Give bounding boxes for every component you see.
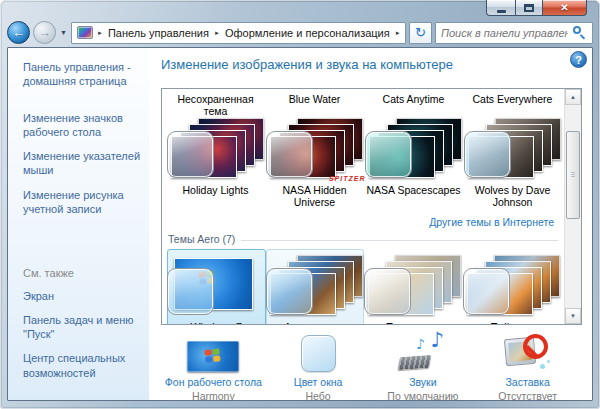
glass-pane-icon xyxy=(364,268,411,315)
sidebar-item-change-account-picture[interactable]: Изменение рисунка учетной записи xyxy=(23,188,143,217)
scroll-up-button[interactable]: ▲ xyxy=(565,89,581,105)
window-controls: ✕ xyxy=(486,0,587,16)
online-themes-row: Другие темы в Интернете xyxy=(166,208,562,232)
refresh-button[interactable]: ↻ xyxy=(409,22,432,44)
breadcrumb-separator-icon: ► xyxy=(213,30,221,36)
sidebar-item-control-panel-home[interactable]: Панель управления - домашняя страница xyxy=(23,60,143,89)
search-lens xyxy=(573,26,581,34)
theme-item-characters[interactable]: Персонажи xyxy=(364,249,463,324)
breadcrumb-separator-icon: ► xyxy=(96,30,104,36)
content-area: Панель управления - домашняя страница Из… xyxy=(7,47,593,401)
theme-name: Пейзажи xyxy=(490,321,533,324)
scrolled-theme-labels-row: Несохраненная тема Blue Water Cats Anyti… xyxy=(166,93,562,117)
aero-themes-header: Темы Aero (7) xyxy=(166,232,562,249)
theme-item-windows-7[interactable]: Windows 7 xyxy=(167,249,266,324)
sidebar-item-taskbar-start-menu[interactable]: Панель задач и меню "Пуск" xyxy=(23,313,143,342)
screensaver-setting: Заставка Отсутствует xyxy=(475,334,580,400)
main-panel: ? Изменение изображения и звука на компь… xyxy=(149,48,592,400)
glass-pane-icon xyxy=(266,268,313,315)
close-button[interactable]: ✕ xyxy=(543,0,587,16)
search-box xyxy=(435,22,593,44)
recent-pages-dropdown[interactable]: ▼ xyxy=(59,29,68,36)
scroll-down-button[interactable]: ▼ xyxy=(565,308,581,324)
screensaver-value: Отсутствует xyxy=(498,390,557,400)
bubble-icon xyxy=(547,360,550,363)
my-themes-row: Holiday Lights SPITZER NASA H xyxy=(166,118,562,208)
aero-themes-row: Windows 7 Архитектура xyxy=(166,249,562,324)
forward-arrow-icon: → xyxy=(38,26,51,39)
desktop-background-icon[interactable] xyxy=(187,334,239,372)
window-color-value: Небо xyxy=(306,390,331,400)
minimize-button[interactable] xyxy=(486,0,515,16)
glass-pane-icon xyxy=(167,131,214,178)
theme-name: Wolves by Dave Johnson xyxy=(463,184,562,208)
breadcrumb-item-personalization[interactable]: Персонализация xyxy=(402,27,406,39)
theme-name: Windows 7 xyxy=(191,321,242,324)
personalization-icon xyxy=(77,26,93,39)
theme-item-cats-anytime[interactable]: Cats Anytime xyxy=(364,93,463,117)
theme-item-nasa-spacescapes[interactable]: NASA Spacescapes xyxy=(364,118,463,208)
theme-thumbnail xyxy=(463,255,561,317)
breadcrumb[interactable]: ► Панель управления ► Оформление и персо… xyxy=(71,22,406,44)
sidebar-item-change-desktop-icons[interactable]: Изменение значков рабочего стола xyxy=(23,111,143,140)
aero-themes-header-label: Темы Aero (7) xyxy=(168,233,235,245)
theme-item-holiday-lights[interactable]: Holiday Lights xyxy=(166,118,265,208)
prohibition-bar xyxy=(525,345,538,358)
theme-item-cats-everywhere[interactable]: Cats Everywhere xyxy=(463,93,562,117)
desktop-background-link[interactable]: Фон рабочего стола xyxy=(165,376,262,388)
maximize-button[interactable] xyxy=(515,0,543,16)
close-icon: ✕ xyxy=(560,3,568,13)
theme-item-blue-water[interactable]: Blue Water xyxy=(265,93,364,117)
search-input[interactable] xyxy=(436,27,573,39)
chevron-up-icon: ▲ xyxy=(570,94,576,100)
theme-item-landscapes[interactable]: Пейзажи xyxy=(463,249,562,324)
music-note-icon: ♪ xyxy=(430,328,443,352)
back-button[interactable]: ← xyxy=(7,21,30,44)
refresh-icon: ↻ xyxy=(415,25,426,40)
theme-thumbnail xyxy=(365,118,463,180)
theme-item-nasa-hidden-universe[interactable]: SPITZER NASA Hidden Universe xyxy=(265,118,364,208)
theme-item-architecture[interactable]: Архитектура xyxy=(266,249,365,324)
theme-list: Несохраненная тема Blue Water Cats Anyti… xyxy=(162,89,564,324)
help-icon: ? xyxy=(575,54,582,66)
scrollbar-thumb[interactable] xyxy=(566,131,580,219)
theme-name: Holiday Lights xyxy=(183,184,249,196)
minimize-icon xyxy=(497,10,506,13)
see-also-header: См. также xyxy=(23,266,143,280)
get-more-themes-online-link[interactable]: Другие темы в Интернете xyxy=(429,216,554,228)
screensaver-icon[interactable] xyxy=(505,334,551,372)
theme-thumbnail xyxy=(364,255,462,317)
sidebar-item-display[interactable]: Экран xyxy=(23,289,143,303)
window-color-icon[interactable] xyxy=(301,334,336,372)
sidebar-item-ease-of-access[interactable]: Центр специальных возможностей xyxy=(23,351,143,380)
sidebar-item-change-mouse-pointers[interactable]: Изменение указателей мыши xyxy=(23,149,143,178)
keyboard-icon xyxy=(397,355,431,370)
sounds-link[interactable]: Звуки xyxy=(409,376,436,388)
wallpaper-preview xyxy=(187,341,239,372)
theme-name: Архитектура xyxy=(284,321,345,324)
desktop-background-value: Harmony xyxy=(192,390,235,400)
sounds-icon[interactable]: ♪ ♪ xyxy=(399,334,447,372)
color-swatch xyxy=(301,335,336,372)
sounds-setting: ♪ ♪ Звуки По умолчанию xyxy=(371,334,476,400)
glass-pane-icon xyxy=(167,268,214,315)
vertical-scrollbar[interactable]: ▲ ▼ xyxy=(564,89,581,324)
theme-thumbnail xyxy=(167,118,265,180)
search-icon[interactable] xyxy=(573,26,587,40)
theme-item-wolves[interactable]: Wolves by Dave Johnson xyxy=(463,118,562,208)
theme-thumbnail: SPITZER xyxy=(266,118,364,180)
chevron-down-icon: ▼ xyxy=(570,313,576,319)
help-button[interactable]: ? xyxy=(570,51,587,68)
windows-logo-icon xyxy=(204,348,222,365)
prohibition-icon xyxy=(523,334,548,359)
forward-button[interactable]: → xyxy=(33,21,56,44)
screensaver-link[interactable]: Заставка xyxy=(506,376,550,388)
window-color-link[interactable]: Цвет окна xyxy=(294,376,343,388)
sounds-art: ♪ ♪ xyxy=(399,334,447,372)
breadcrumb-item-appearance[interactable]: Оформление и персонализация xyxy=(221,27,394,39)
back-arrow-icon: ← xyxy=(12,26,25,39)
theme-thumbnail xyxy=(266,255,364,317)
bubble-icon xyxy=(540,364,545,369)
breadcrumb-item-control-panel[interactable]: Панель управления xyxy=(104,27,213,39)
theme-item-unsaved[interactable]: Несохраненная тема xyxy=(166,93,265,117)
